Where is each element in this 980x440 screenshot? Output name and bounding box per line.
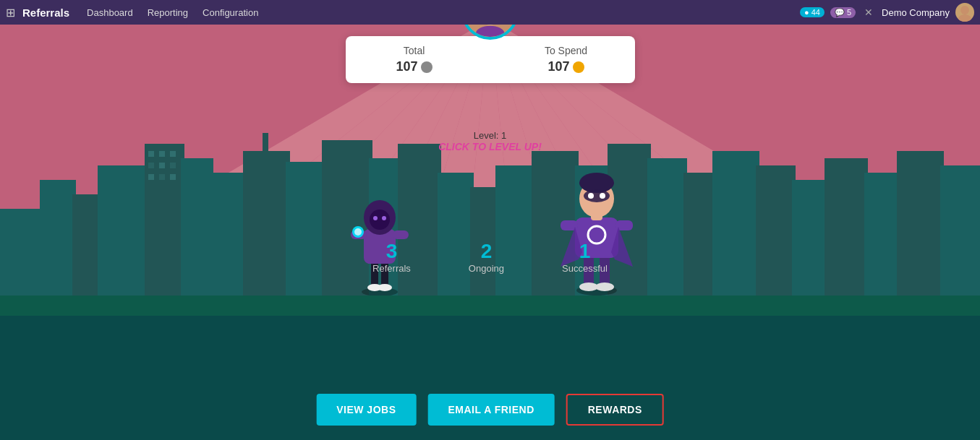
svg-rect-23 [170, 151, 176, 157]
total-label: Total [375, 45, 454, 56]
referral-stats-row: 3 Referrals 2 Ongoing 1 Successful [372, 240, 608, 274]
character-2 [557, 165, 636, 296]
app-title: Referrals [22, 7, 69, 19]
activity-count: 44 [811, 8, 820, 17]
user-avatar[interactable] [461, 25, 519, 40]
to-spend-label: To Spend [527, 45, 606, 56]
svg-point-87 [588, 193, 594, 199]
svg-rect-51 [940, 165, 980, 303]
character-1 [344, 180, 416, 296]
svg-rect-21 [148, 151, 154, 157]
svg-rect-32 [263, 133, 268, 155]
nav-link-configuration[interactable]: Configuration [203, 7, 258, 18]
svg-rect-24 [148, 163, 154, 168]
main-scene: .ray { fill: #f0b0b0; } [0, 25, 980, 440]
svg-rect-20 [181, 158, 213, 303]
to-spend-stat: To Spend 107 [527, 45, 606, 74]
referral-label: Referrals [372, 263, 411, 274]
svg-rect-22 [159, 151, 165, 157]
total-stat: Total 107 [375, 45, 454, 74]
svg-rect-30 [210, 173, 246, 303]
referral-count-stat: 3 Referrals [372, 240, 411, 274]
svg-rect-50 [897, 151, 944, 303]
svg-rect-67 [393, 230, 409, 239]
total-value: 107 [375, 59, 454, 74]
svg-rect-17 [72, 194, 101, 303]
successful-label: Successful [562, 263, 608, 274]
close-icon[interactable]: ✕ [864, 7, 873, 18]
nav-links: Dashboard Reporting Configuration [87, 7, 800, 18]
svg-point-86 [584, 189, 610, 202]
svg-rect-46 [756, 165, 796, 303]
message-count: 5 [847, 8, 851, 17]
svg-rect-48 [825, 158, 868, 303]
svg-rect-29 [170, 174, 176, 180]
gold-coin-icon [573, 61, 584, 73]
stats-card: LEVEL UP! [346, 36, 635, 83]
svg-rect-25 [159, 163, 165, 168]
ongoing-label: Ongoing [469, 263, 504, 274]
svg-rect-47 [792, 180, 828, 303]
svg-point-69 [354, 228, 362, 236]
svg-point-73 [382, 216, 386, 220]
svg-point-64 [378, 284, 392, 291]
action-buttons: VIEW JOBS EMAIL A FRIEND REWARDS [316, 394, 664, 426]
nav-right: ● 44 💬 5 ✕ Demo Company [800, 3, 974, 22]
successful-stat: 1 Successful [562, 240, 608, 274]
company-name: Demo Company [882, 7, 950, 18]
referral-count: 3 [372, 240, 411, 263]
message-icon: 💬 [835, 8, 845, 17]
activity-badge[interactable]: ● 44 [800, 7, 825, 17]
svg-rect-26 [170, 163, 176, 168]
svg-rect-27 [148, 174, 154, 180]
successful-count: 1 [562, 240, 608, 263]
message-badge[interactable]: 💬 5 [830, 7, 856, 18]
svg-rect-49 [864, 173, 900, 303]
svg-point-71 [370, 210, 390, 230]
nav-link-dashboard[interactable]: Dashboard [87, 7, 133, 18]
email-friend-button[interactable]: EMAIL A FRIEND [427, 394, 554, 426]
nav-link-reporting[interactable]: Reporting [148, 7, 188, 18]
to-spend-value: 107 [527, 59, 606, 74]
svg-point-88 [600, 193, 605, 199]
svg-rect-15 [0, 209, 43, 303]
view-jobs-button[interactable]: VIEW JOBS [316, 394, 416, 426]
svg-point-78 [595, 282, 614, 291]
level-info: Level: 1 Click to level up! [438, 130, 542, 152]
svg-point-72 [373, 216, 378, 220]
svg-point-0 [960, 6, 969, 14]
navbar: ⊞ Referrals Dashboard Reporting Configur… [0, 0, 980, 25]
rewards-button[interactable]: REWARDS [566, 394, 664, 426]
avatar[interactable] [955, 3, 974, 22]
svg-point-1 [958, 14, 971, 22]
grid-icon[interactable]: ⊞ [6, 6, 15, 20]
svg-rect-16 [40, 180, 76, 303]
grass-strip [0, 303, 980, 316]
click-level-up[interactable]: Click to level up! [438, 141, 542, 152]
characters-area [273, 165, 707, 303]
gray-coin-icon [421, 61, 433, 73]
ongoing-stat: 2 Ongoing [469, 240, 504, 274]
svg-rect-18 [98, 165, 148, 303]
svg-rect-28 [159, 174, 165, 180]
ongoing-count: 2 [469, 240, 504, 263]
level-text: Level: 1 [438, 130, 542, 141]
activity-icon: ● [804, 8, 809, 17]
svg-rect-45 [712, 151, 759, 303]
